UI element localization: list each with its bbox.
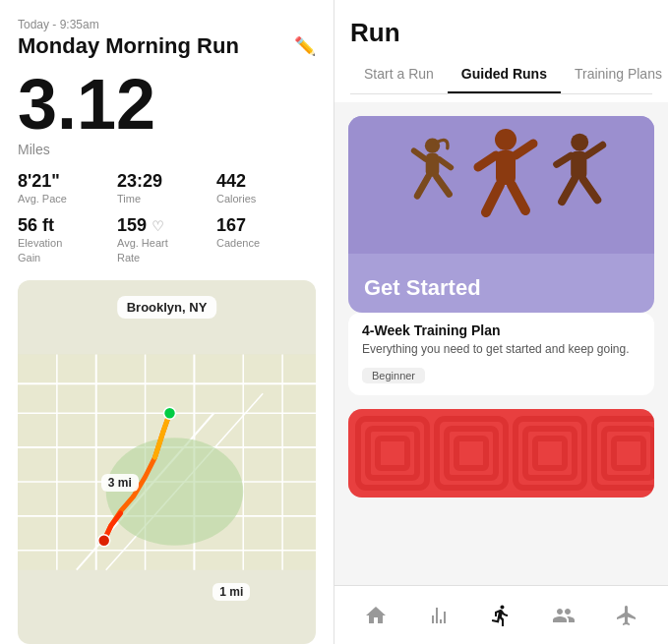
run-section-title: Run [350, 18, 652, 48]
card-info: 4-Week Training Plan Everything you need… [348, 313, 654, 395]
right-panel: Run Start a Run Guided Runs Training Pla… [334, 0, 668, 644]
beginner-badge: Beginner [362, 368, 425, 383]
location-badge: Brooklyn, NY [117, 296, 217, 319]
get-started-label: Get Started [364, 275, 481, 301]
nav-social[interactable] [532, 586, 595, 644]
left-panel: Today - 9:35am Monday Morning Run ✏️ 3.1… [0, 0, 334, 644]
red-card[interactable] [348, 409, 654, 498]
mile-badge-1: 1 mi [213, 583, 250, 601]
plan-desc: Everything you need to get started and k… [362, 341, 640, 358]
svg-point-31 [571, 134, 588, 151]
distance-unit: Miles [18, 142, 316, 157]
stat-avg-pace: 8'21" Avg. Pace [18, 171, 117, 205]
plan-title: 4-Week Training Plan [362, 322, 640, 338]
stat-cadence: 167 Cadence [216, 215, 316, 264]
stat-calories: 442 Calories [216, 171, 316, 205]
run-date: Today - 9:35am [18, 18, 316, 31]
content-area: Get Started 4-Week Training Plan Everyth… [334, 102, 668, 585]
nav-stats[interactable] [407, 586, 470, 644]
stat-heart-rate: 159 ♡ Avg. HeartRate [117, 215, 216, 264]
tab-start-a-run[interactable]: Start a Run [350, 58, 448, 93]
tab-guided-runs[interactable]: Guided Runs [448, 58, 561, 93]
nav-home[interactable] [344, 586, 407, 644]
svg-point-25 [495, 129, 516, 150]
svg-point-16 [164, 407, 176, 419]
stat-time: 23:29 Time [117, 171, 216, 205]
svg-point-15 [106, 438, 244, 546]
stats-grid: 8'21" Avg. Pace 23:29 Time 442 Calories … [18, 171, 316, 264]
nav-gear[interactable] [595, 586, 658, 644]
bottom-nav [334, 585, 668, 644]
map-area: Brooklyn, NY 3 mi 1 mi [18, 280, 316, 644]
nav-run[interactable] [470, 586, 533, 644]
edit-icon[interactable]: ✏️ [294, 35, 316, 57]
distance-value: 3.12 [18, 69, 316, 140]
stat-elevation: 56 ft ElevationGain [18, 215, 117, 264]
run-header: Run Start a Run Guided Runs Training Pla… [334, 0, 668, 102]
svg-rect-20 [426, 153, 440, 177]
heart-icon: ♡ [152, 218, 164, 234]
get-started-card[interactable]: Get Started [348, 116, 654, 313]
svg-point-17 [98, 535, 110, 547]
run-title: Monday Morning Run [18, 33, 239, 59]
mile-badge-3: 3 mi [101, 474, 139, 492]
tab-bar: Start a Run Guided Runs Training Plans [350, 58, 652, 94]
tab-training-plans[interactable]: Training Plans [561, 58, 668, 93]
